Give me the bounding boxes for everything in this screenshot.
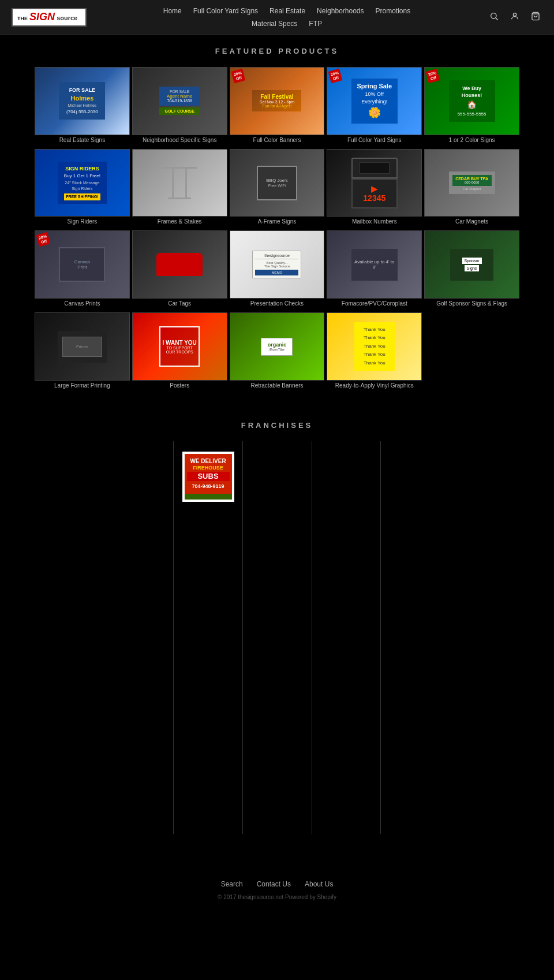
product-label: Posters <box>132 381 227 392</box>
featured-products-section: FEATURED PRODUCTS FOR SALE Holmes Michae… <box>0 35 554 398</box>
product-fomacore[interactable]: Available up to 4' to 8' Fomacore/PVC/Co… <box>327 230 422 310</box>
nav-full-color-yard-signs[interactable]: Full Color Yard Signs <box>192 5 259 17</box>
product-full-color-banners[interactable]: 20%Off Fall Festival Sat Nov 3 12 - 6pm … <box>230 67 325 147</box>
product-label: Full Color Yard Signs <box>327 135 422 147</box>
product-presentation-checks[interactable]: thesignsource Best Quality... The Sign S… <box>230 230 325 310</box>
product-thumb-vinyl: Thank YouThank YouThank YouThank YouThan… <box>327 312 422 381</box>
logo-area[interactable]: THE SIGN source <box>12 8 87 27</box>
product-label: Retractable Banners <box>230 381 325 392</box>
product-thumb-car-magnets: CEDAR BUY TPA 000-0000 Car Magnet <box>424 149 519 217</box>
product-posters[interactable]: I WANT YOU TO SUPPORT OUR TROOPS Posters <box>132 312 227 392</box>
product-label: Presentation Checks <box>230 299 325 310</box>
product-label: Canvas Prints <box>35 299 130 310</box>
franchise-sign-line2: FIREHOUSE <box>187 465 230 472</box>
product-thumb-large-format: Printer <box>35 312 130 381</box>
logo[interactable]: THE SIGN source <box>12 8 87 27</box>
franchise-sign-phone: 704-948-9119 <box>187 483 230 490</box>
franchise-sign-firehouse[interactable]: WE DELIVER FIREHOUSE SUBS 704-948-9119 <box>182 452 234 502</box>
nav-neighborhoods[interactable]: Neighborhoods <box>316 5 365 17</box>
product-vinyl-graphics[interactable]: Thank YouThank YouThank YouThank YouThan… <box>327 312 422 392</box>
person-icon <box>510 12 519 21</box>
product-full-color-yard-signs[interactable]: 20%Off Spring Sale 10% Off Everything! 🌼… <box>327 67 422 147</box>
nav-real-estate[interactable]: Real Estate <box>268 5 306 17</box>
product-thumb-fomacore: Available up to 4' to 8' <box>327 230 422 299</box>
product-large-format[interactable]: Printer Large Format Printing <box>35 312 130 392</box>
franchise-col-1: WE DELIVER FIREHOUSE SUBS 704-948-9119 <box>173 441 242 834</box>
product-thumb-posters: I WANT YOU TO SUPPORT OUR TROOPS <box>132 312 227 381</box>
franchises-title: FRANCHISES <box>0 409 554 435</box>
product-thumb-car-tags <box>132 230 227 299</box>
product-thumb-sign-riders: SIGN RIDERS Buy 1 Get 1 Free! 24" Stock … <box>35 149 130 217</box>
franchise-sign-grass <box>185 494 232 500</box>
product-neighborhood-signs[interactable]: FOR SALE Agent Name 704-519-1838 GOLF CO… <box>132 67 227 147</box>
product-label: Car Tags <box>132 299 227 310</box>
franchise-col-2 <box>242 441 312 834</box>
product-thumb-neighborhood: FOR SALE Agent Name 704-519-1838 GOLF CO… <box>132 67 227 135</box>
product-retractable-banners[interactable]: organic EverTite Retractable Banners <box>230 312 325 392</box>
product-canvas-prints[interactable]: 20%Off CanvasPrint Canvas Prints <box>35 230 130 310</box>
cart-icon <box>531 12 540 21</box>
product-label: Real Estate Signs <box>35 135 130 147</box>
nav-ftp[interactable]: FTP <box>308 17 323 30</box>
product-thumb-retractable: organic EverTite <box>230 312 325 381</box>
nav-row-1: Home Full Color Yard Signs Real Estate N… <box>162 5 411 17</box>
cart-button[interactable] <box>529 9 542 25</box>
franchise-col-3 <box>312 441 381 834</box>
product-real-estate-signs[interactable]: FOR SALE Holmes Michael Holmes (704) 555… <box>35 67 130 147</box>
footer-copyright: © 2017 thesignsource.net Powered by Shop… <box>12 894 542 900</box>
products-grid: FOR SALE Holmes Michael Holmes (704) 555… <box>0 61 554 398</box>
site-footer: Search Contact Us About Us © 2017 thesig… <box>0 863 554 909</box>
franchise-columns: WE DELIVER FIREHOUSE SUBS 704-948-9119 <box>0 435 554 840</box>
site-header: THE SIGN source Home Full Color Yard Sig… <box>0 0 554 35</box>
svg-line-1 <box>496 18 498 20</box>
product-car-tags[interactable]: Car Tags <box>132 230 227 310</box>
product-mailbox-numbers[interactable]: ▶ 12345 Mailbox Numbers <box>327 149 422 229</box>
product-golf-sponsor[interactable]: Sponsor Signs Golf Sponsor Signs & Flags <box>424 230 519 310</box>
product-label: Car Magnets <box>424 217 519 228</box>
featured-products-title: FEATURED PRODUCTS <box>0 35 554 61</box>
product-label: Full Color Banners <box>230 135 325 147</box>
product-sign-riders[interactable]: SIGN RIDERS Buy 1 Get 1 Free! 24" Stock … <box>35 149 130 229</box>
nav-home[interactable]: Home <box>162 5 183 17</box>
nav-material-specs[interactable]: Material Specs <box>250 17 298 30</box>
product-thumb-checks: thesignsource Best Quality... The Sign S… <box>230 230 325 299</box>
product-1-or-2-color-signs[interactable]: 20%Off We Buy Houses! 🏠 555-555-5555 1 o… <box>424 67 519 147</box>
footer-links: Search Contact Us About Us <box>12 880 542 888</box>
product-car-magnets[interactable]: CEDAR BUY TPA 000-0000 Car Magnet Car Ma… <box>424 149 519 229</box>
product-label: Neighborhood Specific Signs <box>132 135 227 147</box>
product-label: 1 or 2 Color Signs <box>424 135 519 147</box>
svg-point-2 <box>513 13 516 16</box>
product-frames-stakes[interactable]: Frames & Stakes <box>132 149 227 229</box>
product-label: Large Format Printing <box>35 381 130 392</box>
search-button[interactable] <box>487 9 501 25</box>
nav-row-2: Material Specs FTP <box>250 17 323 30</box>
footer-link-search[interactable]: Search <box>221 880 243 888</box>
product-thumb-color-signs: 20%Off We Buy Houses! 🏠 555-555-5555 <box>424 67 519 135</box>
nav-promotions[interactable]: Promotions <box>375 5 412 17</box>
header-actions <box>487 9 542 25</box>
product-label: Ready-to-Apply Vinyl Graphics <box>327 381 422 392</box>
product-thumb-banners: 20%Off Fall Festival Sat Nov 3 12 - 6pm … <box>230 67 325 135</box>
franchise-sign-line1: WE DELIVER <box>187 457 230 465</box>
franchises-section: FRANCHISES WE DELIVER FIREHOUSE SUBS 704… <box>0 409 554 840</box>
product-thumb-yard-signs: 20%Off Spring Sale 10% Off Everything! 🌼 <box>327 67 422 135</box>
footer-link-contact[interactable]: Contact Us <box>257 880 291 888</box>
product-label: Sign Riders <box>35 217 130 228</box>
product-label: Mailbox Numbers <box>327 217 422 228</box>
product-thumb-frames <box>132 149 227 217</box>
product-thumb-mailbox: ▶ 12345 <box>327 149 422 217</box>
product-a-frame-signs[interactable]: BBQ Joe'sFree WiFi A-Frame Signs <box>230 149 325 229</box>
franchise-sign-line3: SUBS <box>187 472 230 482</box>
product-thumb-canvas: 20%Off CanvasPrint <box>35 230 130 299</box>
product-label: A-Frame Signs <box>230 217 325 228</box>
product-label: Golf Sponsor Signs & Flags <box>424 299 519 310</box>
svg-point-0 <box>491 13 496 18</box>
main-nav: Home Full Color Yard Signs Real Estate N… <box>98 5 476 30</box>
footer-link-about[interactable]: About Us <box>305 880 333 888</box>
product-thumb-aframe: BBQ Joe'sFree WiFi <box>230 149 325 217</box>
product-label: Fomacore/PVC/Coroplast <box>327 299 422 310</box>
account-button[interactable] <box>508 9 522 25</box>
product-label: Frames & Stakes <box>132 217 227 228</box>
product-thumb-real-estate: FOR SALE Holmes Michael Holmes (704) 555… <box>35 67 130 135</box>
search-icon <box>489 12 499 21</box>
